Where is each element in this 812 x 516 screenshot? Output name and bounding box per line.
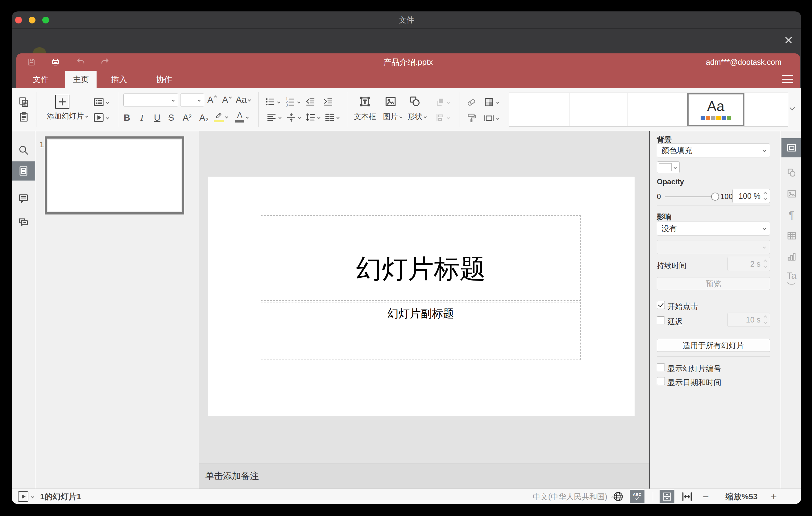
font-name-select[interactable]: [123, 93, 178, 107]
font-size-select[interactable]: [180, 93, 204, 107]
theme-option[interactable]: [509, 93, 570, 126]
menu-icon[interactable]: [782, 75, 793, 83]
fill-type-select[interactable]: 颜色填充: [657, 144, 770, 157]
tab-home[interactable]: 主页: [65, 71, 96, 88]
increase-font-button[interactable]: A: [207, 95, 216, 105]
opacity-slider-handle[interactable]: [711, 193, 719, 201]
subscript-button[interactable]: A₂: [199, 113, 209, 123]
fill-color-swatch[interactable]: [657, 162, 680, 173]
opacity-slider[interactable]: [665, 196, 717, 197]
duration-label: 持续时间: [657, 261, 687, 271]
strikethrough-button[interactable]: S: [168, 113, 174, 123]
slide-thumbnail[interactable]: [45, 136, 184, 214]
change-case-button[interactable]: Aa: [236, 95, 251, 105]
spellcheck-toggle[interactable]: ABC: [630, 489, 644, 504]
delay-input[interactable]: 10 s: [727, 313, 770, 327]
delay-checkbox[interactable]: [657, 316, 665, 324]
table-settings-icon[interactable]: [781, 226, 801, 245]
theme-colors-button[interactable]: [483, 96, 499, 108]
theme-option[interactable]: [570, 93, 628, 126]
horizontal-align-button[interactable]: [266, 112, 281, 123]
search-icon[interactable]: [12, 140, 35, 160]
maximize-traffic-icon[interactable]: [42, 17, 49, 24]
increase-indent-button[interactable]: [323, 96, 334, 107]
tab-insert[interactable]: 插入: [103, 71, 135, 88]
slide-size-button[interactable]: [483, 112, 499, 124]
line-spacing-button[interactable]: [305, 112, 320, 123]
show-slide-number-checkbox[interactable]: [657, 363, 665, 371]
opacity-input[interactable]: 100 %: [732, 189, 770, 203]
chart-settings-icon[interactable]: [781, 247, 801, 266]
bold-button[interactable]: B: [124, 113, 130, 123]
minimize-traffic-icon[interactable]: [29, 17, 35, 24]
slide-layout-button[interactable]: [93, 96, 109, 108]
apply-to-all-slides-button[interactable]: 适用于所有幻灯片: [657, 339, 770, 352]
image-icon[interactable]: [384, 95, 397, 108]
effect-select[interactable]: 没有: [657, 222, 770, 235]
add-slide-label[interactable]: 添加幻灯片: [41, 111, 93, 121]
start-slideshow-status-button[interactable]: [18, 489, 28, 504]
zoom-out-button[interactable]: −: [703, 489, 709, 504]
effect-variant-select[interactable]: [657, 240, 770, 254]
underline-button[interactable]: U: [154, 113, 161, 123]
comments-icon[interactable]: [12, 189, 35, 208]
opacity-max-label: 100: [720, 192, 733, 201]
shape-icon[interactable]: [408, 95, 422, 108]
start-on-click-label: 开始点击: [667, 301, 698, 311]
set-language-icon[interactable]: [612, 489, 624, 504]
shape-button[interactable]: 形状: [402, 112, 432, 122]
image-settings-icon[interactable]: [781, 184, 801, 203]
vertical-align-button[interactable]: [286, 112, 301, 123]
textart-settings-icon[interactable]: Ta: [781, 268, 801, 287]
eraser-button[interactable]: [466, 97, 477, 108]
notes-area[interactable]: 单击添加备注: [199, 463, 649, 489]
zoom-in-button[interactable]: +: [771, 489, 777, 504]
start-slideshow-button[interactable]: [93, 112, 109, 123]
theme-option[interactable]: [628, 93, 687, 126]
slides-panel-icon[interactable]: [12, 162, 35, 180]
italic-button[interactable]: I: [140, 113, 143, 123]
slide[interactable]: 幻灯片标题 幻灯片副标题: [208, 176, 635, 416]
subtitle-placeholder[interactable]: 幻灯片副标题: [261, 302, 581, 360]
paint-roller-button[interactable]: [466, 112, 477, 123]
textbox-icon[interactable]: [358, 95, 372, 108]
duration-input[interactable]: 2 s: [727, 257, 770, 271]
fit-slide-toggle[interactable]: [660, 489, 674, 504]
decrease-font-button[interactable]: A: [222, 95, 231, 105]
superscript-button[interactable]: A²: [183, 113, 192, 123]
bullet-list-button[interactable]: [265, 96, 280, 107]
show-date-time-checkbox[interactable]: [657, 377, 665, 385]
theme-option-selected[interactable]: Aa: [687, 93, 745, 126]
numbered-list-button[interactable]: 123: [285, 96, 300, 107]
theme-option[interactable]: [745, 93, 788, 126]
preview-button[interactable]: 预览: [657, 277, 770, 290]
slideshow-options-icon[interactable]: [31, 489, 34, 504]
paragraph-settings-icon[interactable]: ¶: [781, 205, 801, 224]
theme-gallery-expand-icon[interactable]: [790, 106, 794, 110]
start-on-click-checkbox[interactable]: [657, 301, 665, 309]
tab-collaboration[interactable]: 协作: [148, 71, 180, 88]
font-color-button[interactable]: A: [235, 111, 248, 122]
slide-info: 1的幻灯片1: [40, 489, 81, 504]
arrange-shape-button[interactable]: [435, 97, 450, 107]
chat-icon[interactable]: [12, 213, 35, 232]
title-placeholder[interactable]: 幻灯片标题: [261, 215, 581, 301]
tab-file[interactable]: 文件: [25, 71, 56, 88]
fit-width-button[interactable]: [681, 489, 693, 504]
copy-button[interactable]: [18, 96, 30, 108]
left-sidebar: [12, 131, 35, 489]
add-slide-button[interactable]: [55, 95, 69, 109]
textbox-button[interactable]: 文本框: [350, 112, 380, 122]
align-shape-button[interactable]: [435, 112, 450, 123]
paste-button[interactable]: [18, 111, 30, 123]
shape-settings-icon[interactable]: [781, 163, 801, 182]
zoom-level[interactable]: 缩放%53: [724, 489, 759, 504]
columns-button[interactable]: [324, 112, 339, 123]
close-icon[interactable]: [784, 35, 793, 45]
language-selector[interactable]: 中文(中华人民共和国): [533, 489, 614, 504]
highlight-color-button[interactable]: [214, 111, 228, 122]
slide-canvas[interactable]: 幻灯片标题 幻灯片副标题: [199, 131, 649, 463]
close-traffic-icon[interactable]: [15, 17, 22, 24]
decrease-indent-button[interactable]: [305, 96, 316, 107]
slide-settings-icon[interactable]: [781, 138, 801, 157]
